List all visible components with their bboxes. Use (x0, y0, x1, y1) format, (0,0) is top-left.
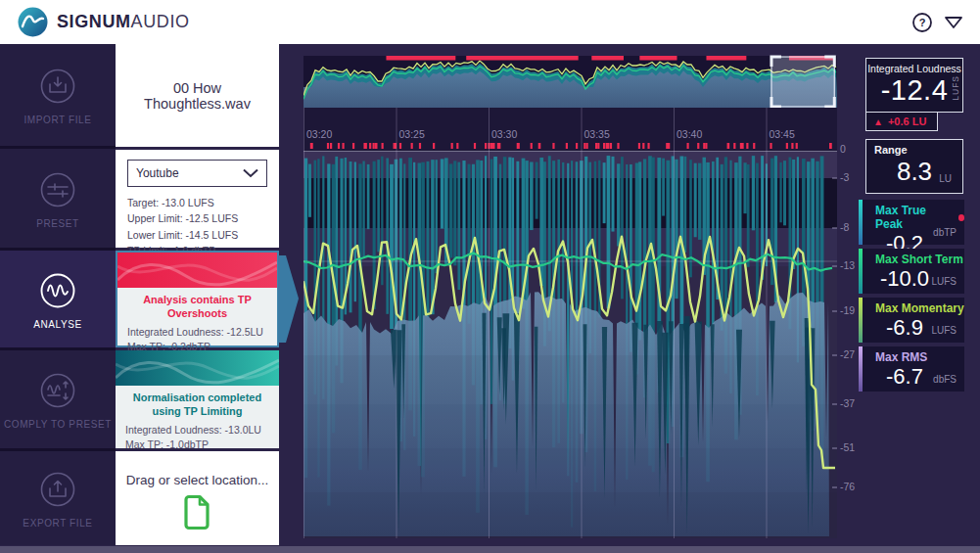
timeline-label: 03:35 (584, 128, 610, 140)
wave-decoration (116, 350, 279, 386)
preset-lower-limit: Lower Limit: -14.5 LUFS (127, 227, 267, 243)
preset-selected-value: Youtube (136, 166, 179, 180)
analysis-integrated-loudness: Integrated Loudness: -12.5LU (127, 325, 277, 341)
timeline-ruler[interactable]: 03:2003:2503:3003:3503:4003:45 (303, 108, 837, 152)
timeline-label: 03:40 (677, 128, 702, 140)
y-axis-tick: -3 (840, 171, 849, 183)
sidebar-item-analyse[interactable]: ANALYSE (0, 251, 116, 347)
y-axis-labels: 0-3-8-13-19-27-37-51-76 (840, 0, 863, 553)
comply-results: Integrated Loudness: -13.0LU Max TP: -1.… (125, 423, 279, 454)
loudness-delta-badge: ▲ +0.6 LU (865, 112, 938, 131)
preset-panel: Youtube Target: -13.0 LUFS Upper Limit: … (116, 150, 279, 248)
overview-selection-box[interactable] (771, 57, 834, 107)
file-name: 00 How Thoughtless.wav (121, 80, 273, 112)
import-file-icon (36, 65, 79, 108)
analyse-wave-icon (36, 269, 79, 312)
integrated-loudness-meter: Integrated Loudness -12.4 LUFS (865, 58, 963, 113)
sidebar-item-label: ANALYSE (33, 319, 82, 330)
meter-unit: dbFS (933, 374, 957, 385)
main-graph-area[interactable] (303, 152, 837, 538)
loudness-timeline-chart[interactable]: 03:2003:2503:3003:3503:4003:45 (303, 54, 837, 538)
export-prompt: Drag or select location... (116, 473, 279, 487)
meter-unit: LUFS (931, 325, 957, 336)
y-axis-tick: -13 (840, 259, 855, 271)
export-file-icon (36, 468, 79, 511)
comply-status-card: Normalisation completed using TP Limitin… (116, 350, 279, 448)
max-rms-meter: Max RMS -6.7 dbFS (859, 346, 964, 392)
meter-unit: dbTP (933, 227, 957, 238)
menu-dropdown-icon[interactable] (943, 12, 964, 33)
loaded-file-panel[interactable]: 00 How Thoughtless.wav (116, 44, 279, 147)
wave-decoration (117, 253, 277, 288)
meter-title: Max Short Term (875, 253, 964, 266)
timeline-label: 03:25 (399, 128, 425, 140)
preset-details: Target: -13.0 LUFS Upper Limit: -12.5 LU… (127, 195, 267, 258)
analysis-status-card: Analysis contains TP Overshoots Integrat… (116, 251, 279, 347)
sidebar-item-label: COMPLY TO PRESET (4, 419, 112, 430)
sidebar-item-label: EXPORT FILE (23, 518, 92, 529)
signum-audio-logo-icon (18, 7, 48, 37)
max-true-peak-meter: Max True Peak -0.2 dbTP (859, 200, 964, 245)
meter-unit: LU (939, 173, 952, 184)
export-drop-zone[interactable]: Drag or select location... (116, 451, 279, 545)
sidebar-item-import-file[interactable]: IMPORT FILE (0, 44, 116, 146)
y-axis-tick: -19 (840, 304, 855, 316)
meter-title: Max RMS (875, 350, 964, 364)
range-meter: Range 8.3 LU (865, 139, 963, 194)
meter-title: Range (874, 144, 962, 156)
meter-title: Integrated Loudness (866, 63, 962, 74)
max-momentary-meter: Max Momentary -6.9 LUFS (859, 298, 964, 343)
sidebar-item-export-file[interactable]: EXPORT FILE (0, 451, 116, 545)
meter-title: Max Momentary (875, 301, 964, 315)
sidebar-item-preset[interactable]: PRESET (0, 149, 116, 248)
meter-unit: LUFS (931, 276, 957, 287)
sidebar-item-label: IMPORT FILE (23, 115, 91, 125)
timeline-label: 03:20 (306, 128, 332, 140)
max-short-term-meter: Max Short Term -10.0 LUFS (859, 249, 964, 294)
chevron-down-icon (243, 168, 258, 178)
y-axis-tick: -37 (840, 397, 855, 409)
meter-unit: LUFS (951, 75, 960, 101)
brand-name: SIGNUMAUDIO (57, 12, 190, 32)
delta-value: +0.6 LU (888, 115, 926, 127)
svg-text:?: ? (919, 17, 926, 28)
sidebar-item-comply-to-preset[interactable]: COMPLY TO PRESET (0, 350, 116, 448)
comply-status-text: Normalisation completed using TP Limitin… (116, 391, 279, 419)
brand-logo: SIGNUMAUDIO (18, 7, 190, 37)
timeline-label: 03:45 (770, 128, 795, 140)
y-axis-tick: -27 (840, 348, 855, 360)
y-axis-tick: -51 (840, 441, 855, 453)
green-file-icon (183, 494, 212, 531)
loudness-analyser-app: SIGNUMAUDIO ? IMPORT FILE PRESET (0, 0, 980, 553)
comply-icon (36, 369, 79, 412)
timeline-label: 03:30 (491, 128, 517, 140)
header-bar: SIGNUMAUDIO ? (0, 0, 980, 44)
comply-status-band (116, 350, 279, 386)
comply-integrated-loudness: Integrated Loudness: -13.0LU (125, 423, 279, 438)
y-axis-tick: -76 (840, 481, 855, 492)
preset-upper-limit: Upper Limit: -12.5 LUFS (127, 210, 267, 226)
preset-target: Target: -13.0 LUFS (127, 195, 267, 210)
meter-value: -12.4 (866, 74, 962, 107)
analysis-status-band (117, 253, 277, 288)
warning-triangle-icon: ▲ (873, 116, 883, 127)
preset-select[interactable]: Youtube (127, 160, 267, 187)
active-step-arrow (278, 250, 300, 348)
overview-minimap[interactable] (303, 56, 837, 108)
y-axis-tick: -8 (840, 221, 849, 233)
bottom-status-strip (0, 546, 980, 553)
preset-icon (36, 168, 79, 211)
y-axis-tick: 0 (840, 143, 846, 155)
sidebar-item-label: PRESET (36, 218, 79, 229)
help-icon[interactable]: ? (911, 12, 933, 33)
analysis-status-text: Analysis contains TP Overshoots (117, 293, 277, 321)
clip-indicator-dot (958, 214, 965, 221)
